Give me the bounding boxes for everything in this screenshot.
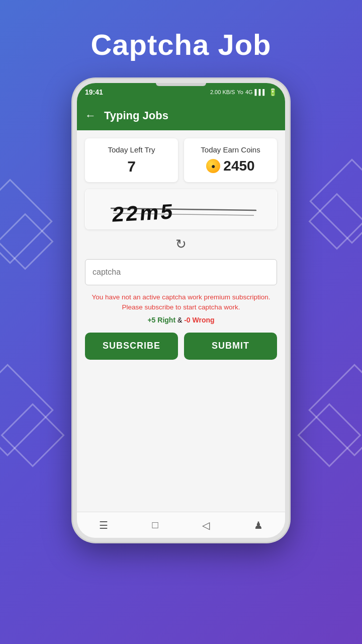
score-right: +5 Right [147,316,175,324]
top-bar: ← Typing Jobs [77,101,285,130]
top-bar-title: Typing Jobs [104,109,168,122]
svg-text:22m5: 22m5 [111,200,175,226]
wifi-icon: ▌▌▌ [255,89,266,95]
status-time: 19:41 [85,88,103,96]
coins-number: 2450 [223,158,254,174]
nav-person-icon[interactable]: ♟ [254,519,263,531]
captcha-image: 22m5 [85,189,277,229]
stats-row: Today Left Try 7 Today Earn Coins ● 2450 [85,138,277,182]
submit-button[interactable]: SUBMIT [184,333,277,360]
phone-notch [156,83,206,86]
refresh-row: ↻ [85,236,277,252]
score-and: & [177,316,184,324]
status-icons: 2.00 KB/S Yo 4G ▌▌▌ 🔋 [210,88,277,96]
speed-text: 2.00 KB/S [210,89,235,95]
subscribe-button[interactable]: SUBSCRIBE [85,333,178,360]
nav-menu-icon[interactable]: ☰ [99,519,108,531]
message-line1: You have not an active captcha work prem… [85,292,277,302]
nav-home-icon[interactable]: □ [152,519,158,531]
left-try-label: Today Left Try [108,145,155,154]
captcha-input[interactable] [85,259,277,285]
network-icon: 4G [245,89,253,95]
score-wrong: -0 Wrong [184,316,214,324]
earn-coins-label: Today Earn Coins [201,145,260,154]
buttons-row: SUBSCRIBE SUBMIT [85,333,277,360]
message-score: +5 Right & -0 Wrong [85,315,277,326]
coin-icon: ● [206,159,220,173]
page-title: Captcha Job [90,28,271,61]
phone-mockup: 19:41 2.00 KB/S Yo 4G ▌▌▌ 🔋 ← Typing Job… [73,79,289,542]
stat-card-earn-coins: Today Earn Coins ● 2450 [184,138,277,182]
earn-coins-value: ● 2450 [206,158,254,174]
refresh-icon[interactable]: ↻ [175,236,187,252]
nav-back-icon[interactable]: ◁ [202,519,210,531]
phone-bottom-nav: ☰ □ ◁ ♟ [77,512,285,538]
message-block: You have not an active captcha work prem… [85,292,277,326]
message-line2: Please subscribe to start captcha work. [85,302,277,312]
phone-content: Today Left Try 7 Today Earn Coins ● 2450… [77,130,285,512]
left-try-value: 7 [127,158,136,175]
back-button[interactable]: ← [85,109,96,122]
stat-card-left-try: Today Left Try 7 [85,138,178,182]
signal-icon: Yo [237,89,243,95]
battery-icon: 🔋 [268,88,277,96]
